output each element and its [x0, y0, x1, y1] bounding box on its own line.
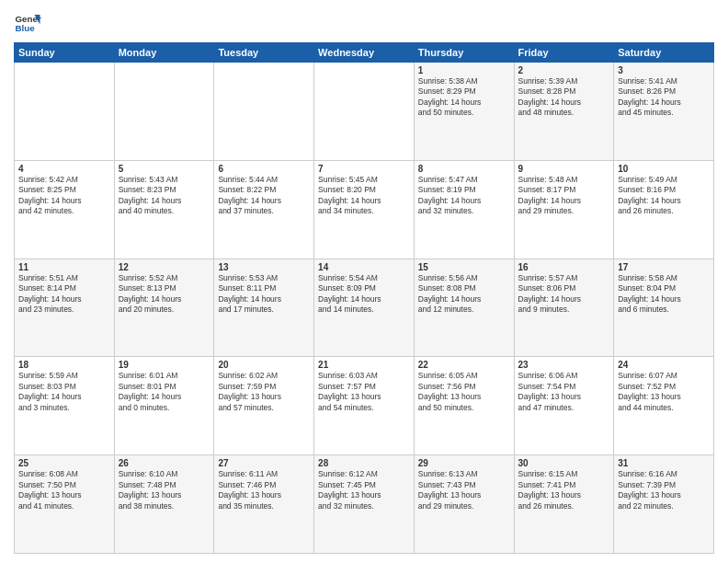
- day-info: Sunrise: 6:13 AM Sunset: 7:43 PM Dayligh…: [418, 469, 510, 511]
- day-number: 15: [418, 262, 510, 272]
- day-number: 11: [18, 262, 110, 272]
- week-row-5: 25Sunrise: 6:08 AM Sunset: 7:50 PM Dayli…: [15, 455, 714, 554]
- week-row-1: 1Sunrise: 5:38 AM Sunset: 8:29 PM Daylig…: [15, 63, 714, 161]
- day-cell: [15, 63, 115, 161]
- day-cell: 20Sunrise: 6:02 AM Sunset: 7:59 PM Dayli…: [214, 357, 314, 455]
- day-cell: 2Sunrise: 5:39 AM Sunset: 8:28 PM Daylig…: [514, 63, 614, 161]
- day-info: Sunrise: 6:11 AM Sunset: 7:46 PM Dayligh…: [218, 469, 310, 511]
- day-info: Sunrise: 6:05 AM Sunset: 7:56 PM Dayligh…: [418, 371, 510, 413]
- day-cell: 19Sunrise: 6:01 AM Sunset: 8:01 PM Dayli…: [114, 357, 214, 455]
- day-number: 18: [18, 360, 110, 370]
- day-number: 12: [119, 262, 210, 272]
- day-cell: 7Sunrise: 5:45 AM Sunset: 8:20 PM Daylig…: [314, 160, 415, 259]
- day-number: 23: [518, 360, 610, 370]
- week-row-3: 11Sunrise: 5:51 AM Sunset: 8:14 PM Dayli…: [15, 259, 714, 357]
- day-cell: 14Sunrise: 5:54 AM Sunset: 8:09 PM Dayli…: [314, 259, 415, 357]
- day-cell: 12Sunrise: 5:52 AM Sunset: 8:13 PM Dayli…: [114, 259, 214, 357]
- day-number: 1: [418, 65, 510, 75]
- day-info: Sunrise: 5:58 AM Sunset: 8:04 PM Dayligh…: [618, 273, 710, 316]
- day-cell: 25Sunrise: 6:08 AM Sunset: 7:50 PM Dayli…: [15, 455, 115, 554]
- day-info: Sunrise: 5:42 AM Sunset: 8:25 PM Dayligh…: [18, 175, 110, 217]
- day-cell: [114, 63, 214, 161]
- weekday-header-monday: Monday: [114, 43, 214, 63]
- day-info: Sunrise: 5:44 AM Sunset: 8:22 PM Dayligh…: [218, 175, 310, 217]
- logo-icon: General Blue: [14, 9, 41, 37]
- day-cell: 17Sunrise: 5:58 AM Sunset: 8:04 PM Dayli…: [614, 259, 714, 357]
- day-cell: 21Sunrise: 6:03 AM Sunset: 7:57 PM Dayli…: [314, 357, 415, 455]
- weekday-header-row: SundayMondayTuesdayWednesdayThursdayFrid…: [15, 43, 714, 63]
- day-cell: 23Sunrise: 6:06 AM Sunset: 7:54 PM Dayli…: [514, 357, 614, 455]
- day-cell: 22Sunrise: 6:05 AM Sunset: 7:56 PM Dayli…: [414, 357, 514, 455]
- day-number: 21: [318, 360, 410, 370]
- day-number: 7: [318, 164, 410, 174]
- day-number: 2: [518, 65, 610, 75]
- day-info: Sunrise: 6:06 AM Sunset: 7:54 PM Dayligh…: [518, 371, 610, 413]
- day-cell: 5Sunrise: 5:43 AM Sunset: 8:23 PM Daylig…: [114, 160, 214, 259]
- day-cell: 26Sunrise: 6:10 AM Sunset: 7:48 PM Dayli…: [114, 455, 214, 554]
- day-cell: 24Sunrise: 6:07 AM Sunset: 7:52 PM Dayli…: [614, 357, 714, 455]
- day-cell: 3Sunrise: 5:41 AM Sunset: 8:26 PM Daylig…: [614, 63, 714, 161]
- calendar-table: SundayMondayTuesdayWednesdayThursdayFrid…: [14, 42, 714, 554]
- day-cell: 13Sunrise: 5:53 AM Sunset: 8:11 PM Dayli…: [214, 259, 314, 357]
- day-cell: [214, 63, 314, 161]
- day-info: Sunrise: 5:59 AM Sunset: 8:03 PM Dayligh…: [18, 371, 110, 413]
- day-number: 6: [218, 164, 310, 174]
- day-info: Sunrise: 5:45 AM Sunset: 8:20 PM Dayligh…: [318, 175, 410, 217]
- day-info: Sunrise: 5:54 AM Sunset: 8:09 PM Dayligh…: [318, 273, 410, 316]
- day-info: Sunrise: 5:41 AM Sunset: 8:26 PM Dayligh…: [618, 76, 710, 119]
- logo: General Blue: [14, 9, 41, 37]
- day-info: Sunrise: 5:39 AM Sunset: 8:28 PM Dayligh…: [518, 76, 610, 119]
- day-cell: 27Sunrise: 6:11 AM Sunset: 7:46 PM Dayli…: [214, 455, 314, 554]
- day-info: Sunrise: 5:49 AM Sunset: 8:16 PM Dayligh…: [618, 175, 710, 217]
- day-info: Sunrise: 5:52 AM Sunset: 8:13 PM Dayligh…: [119, 273, 210, 316]
- day-number: 4: [18, 164, 110, 174]
- day-number: 19: [119, 360, 210, 370]
- weekday-header-sunday: Sunday: [15, 43, 115, 63]
- day-info: Sunrise: 6:08 AM Sunset: 7:50 PM Dayligh…: [18, 469, 110, 511]
- day-number: 8: [418, 164, 510, 174]
- day-info: Sunrise: 6:02 AM Sunset: 7:59 PM Dayligh…: [218, 371, 310, 413]
- day-cell: 10Sunrise: 5:49 AM Sunset: 8:16 PM Dayli…: [614, 160, 714, 259]
- day-cell: 6Sunrise: 5:44 AM Sunset: 8:22 PM Daylig…: [214, 160, 314, 259]
- day-info: Sunrise: 6:01 AM Sunset: 8:01 PM Dayligh…: [119, 371, 210, 413]
- header: General Blue: [14, 9, 714, 37]
- day-info: Sunrise: 5:56 AM Sunset: 8:08 PM Dayligh…: [418, 273, 510, 316]
- day-info: Sunrise: 6:12 AM Sunset: 7:45 PM Dayligh…: [318, 469, 410, 511]
- page: General Blue SundayMondayTuesdayWednesda…: [0, 0, 728, 563]
- day-number: 22: [418, 360, 510, 370]
- day-info: Sunrise: 6:10 AM Sunset: 7:48 PM Dayligh…: [119, 469, 210, 511]
- day-number: 13: [218, 262, 310, 272]
- day-info: Sunrise: 5:57 AM Sunset: 8:06 PM Dayligh…: [518, 273, 610, 316]
- day-cell: 16Sunrise: 5:57 AM Sunset: 8:06 PM Dayli…: [514, 259, 614, 357]
- day-cell: 15Sunrise: 5:56 AM Sunset: 8:08 PM Dayli…: [414, 259, 514, 357]
- week-row-4: 18Sunrise: 5:59 AM Sunset: 8:03 PM Dayli…: [15, 357, 714, 455]
- day-number: 20: [218, 360, 310, 370]
- day-cell: [314, 63, 415, 161]
- day-number: 27: [218, 458, 310, 468]
- day-cell: 31Sunrise: 6:16 AM Sunset: 7:39 PM Dayli…: [614, 455, 714, 554]
- day-cell: 18Sunrise: 5:59 AM Sunset: 8:03 PM Dayli…: [15, 357, 115, 455]
- day-info: Sunrise: 5:47 AM Sunset: 8:19 PM Dayligh…: [418, 175, 510, 217]
- day-cell: 11Sunrise: 5:51 AM Sunset: 8:14 PM Dayli…: [15, 259, 115, 357]
- day-cell: 29Sunrise: 6:13 AM Sunset: 7:43 PM Dayli…: [414, 455, 514, 554]
- weekday-header-tuesday: Tuesday: [214, 43, 314, 63]
- day-number: 30: [518, 458, 610, 468]
- day-cell: 4Sunrise: 5:42 AM Sunset: 8:25 PM Daylig…: [15, 160, 115, 259]
- day-number: 25: [18, 458, 110, 468]
- day-number: 9: [518, 164, 610, 174]
- day-info: Sunrise: 6:15 AM Sunset: 7:41 PM Dayligh…: [518, 469, 610, 511]
- day-cell: 30Sunrise: 6:15 AM Sunset: 7:41 PM Dayli…: [514, 455, 614, 554]
- day-number: 26: [119, 458, 210, 468]
- week-row-2: 4Sunrise: 5:42 AM Sunset: 8:25 PM Daylig…: [15, 160, 714, 259]
- day-info: Sunrise: 6:16 AM Sunset: 7:39 PM Dayligh…: [618, 469, 710, 511]
- day-cell: 1Sunrise: 5:38 AM Sunset: 8:29 PM Daylig…: [414, 63, 514, 161]
- weekday-header-friday: Friday: [514, 43, 614, 63]
- day-info: Sunrise: 5:48 AM Sunset: 8:17 PM Dayligh…: [518, 175, 610, 217]
- day-number: 17: [618, 262, 710, 272]
- day-number: 5: [119, 164, 210, 174]
- day-number: 28: [318, 458, 410, 468]
- day-number: 3: [618, 65, 710, 75]
- day-info: Sunrise: 5:53 AM Sunset: 8:11 PM Dayligh…: [218, 273, 310, 316]
- day-number: 24: [618, 360, 710, 370]
- day-number: 29: [418, 458, 510, 468]
